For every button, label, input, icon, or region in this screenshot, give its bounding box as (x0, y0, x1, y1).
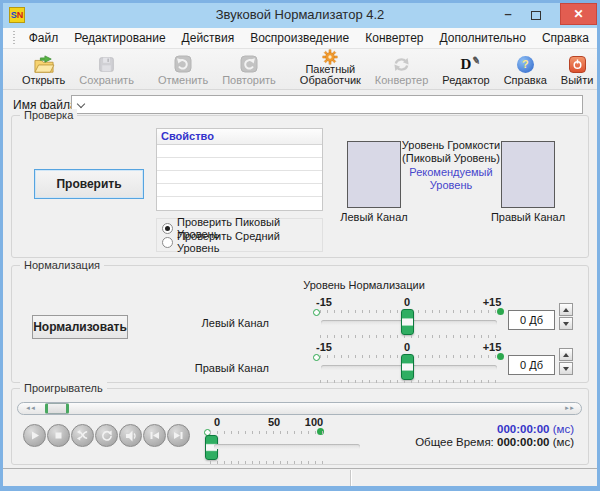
previous-button[interactable] (143, 424, 166, 447)
save-label: Сохранить (79, 75, 134, 86)
filename-combobox[interactable] (71, 95, 583, 114)
editor-label: Редактор (442, 75, 489, 86)
right-channel-meter (501, 141, 555, 208)
menu-help[interactable]: Справка (534, 28, 597, 48)
help-button[interactable]: ? Справка (497, 49, 554, 89)
batch-processor-button[interactable]: Пакетный Обработчик (293, 49, 368, 89)
help-label: Справка (504, 75, 547, 86)
undo-label: Отменить (158, 75, 208, 86)
range-min-marker (313, 309, 320, 316)
current-time: 000:00:00 (мс) (497, 423, 574, 435)
menu-file[interactable]: Файл (21, 28, 67, 48)
right-db-spin-up[interactable] (559, 348, 573, 361)
save-floppy-icon (98, 54, 115, 74)
left-channel-slider-handle[interactable] (401, 309, 414, 335)
menu-converter[interactable]: Конвертер (357, 28, 431, 48)
range-max-marker (497, 353, 504, 360)
converter-button[interactable]: Конвертер (368, 49, 435, 89)
table-row[interactable] (157, 197, 322, 210)
check-button[interactable]: Проверить (34, 169, 144, 199)
normalization-group-title: Нормализация (20, 259, 104, 272)
chevron-down-icon (77, 100, 85, 108)
right-channel-db-field[interactable]: 0 Дб (508, 355, 555, 375)
redo-label: Повторить (222, 75, 276, 86)
left-channel-label: Левый Канал (334, 211, 414, 223)
toolbar: Открыть Сохранить Отменить Повторить (3, 49, 597, 90)
rewind-icon[interactable]: ◄◄ (25, 404, 35, 413)
left-channel-db-field[interactable]: 0 Дб (508, 310, 555, 330)
editor-button[interactable]: D✎ Редактор (435, 49, 496, 89)
stop-button[interactable] (47, 424, 70, 447)
menu-actions[interactable]: Действия (174, 28, 243, 48)
radio-unselected-icon (162, 237, 173, 248)
volume-slider[interactable] (214, 444, 360, 449)
norm-left-channel-label: Левый Канал (184, 317, 269, 329)
table-row[interactable] (157, 158, 322, 171)
check-group-title: Проверка (20, 109, 77, 122)
play-icon (28, 429, 41, 442)
property-table: Свойство (156, 128, 323, 211)
shuffle-button[interactable] (71, 424, 94, 447)
redo-icon (240, 54, 258, 74)
range-min-marker (313, 354, 320, 361)
seek-scrollbar[interactable]: ◄◄ ►► (17, 402, 582, 415)
range-max-marker (497, 308, 504, 315)
normalize-button[interactable]: Нормализовать (32, 315, 128, 339)
right-channel-slider-handle[interactable] (401, 354, 414, 380)
radio-average-label: Проверить Средний Уровень (177, 230, 317, 254)
slider-ticks (320, 335, 498, 338)
stop-icon (52, 429, 65, 442)
undo-icon (174, 54, 192, 74)
exit-label: Выйти (561, 75, 594, 86)
scale-max-label: +15 (480, 296, 504, 308)
next-track-icon (172, 429, 185, 442)
right-db-spin-down[interactable] (559, 362, 573, 375)
exit-button[interactable]: Выйти (554, 49, 600, 89)
left-channel-meter (347, 141, 401, 208)
gear-icon (322, 51, 338, 63)
volume-scale-max: 100 (302, 416, 326, 428)
menu-extra[interactable]: Дополнительно (432, 28, 534, 48)
repeat-button[interactable] (95, 424, 118, 447)
next-button[interactable] (167, 424, 190, 447)
volume-level-caption: Уровень Громкости (Пиковый Уровень) (401, 139, 501, 164)
seek-thumb[interactable] (45, 403, 69, 414)
speaker-icon (124, 429, 138, 443)
left-db-spin-up[interactable] (559, 303, 573, 316)
editor-icon: D✎ (461, 54, 472, 74)
open-button[interactable]: Открыть (15, 49, 72, 89)
property-table-header[interactable]: Свойство (157, 129, 322, 145)
scale-min-label: -15 (312, 296, 336, 308)
shuffle-icon (76, 429, 89, 442)
open-label: Открыть (22, 75, 65, 86)
status-panel-right (353, 470, 597, 486)
slider-ticks (320, 380, 498, 383)
left-db-spin-down[interactable] (559, 317, 573, 330)
open-folder-icon (33, 54, 55, 74)
scale-mid-label: 0 (395, 341, 419, 353)
repeat-icon (100, 429, 113, 442)
right-channel-label: Правый Канал (488, 211, 568, 223)
pencil-icon: ✎ (471, 52, 482, 68)
play-button[interactable] (23, 424, 46, 447)
menu-edit[interactable]: Редактирование (66, 28, 173, 48)
check-mode-panel: Проверить Пиковый Уровень Проверить Сред… (156, 218, 323, 252)
table-row[interactable] (157, 171, 322, 184)
slider-ticks (210, 431, 325, 434)
minimize-button[interactable]: – (495, 4, 521, 26)
save-button[interactable]: Сохранить (72, 49, 141, 89)
maximize-button[interactable] (523, 4, 549, 26)
table-row[interactable] (157, 184, 322, 197)
radio-average-level[interactable]: Проверить Средний Уровень (162, 235, 317, 249)
player-group-title: Проигрыватель (20, 382, 107, 395)
undo-button[interactable]: Отменить (151, 49, 215, 89)
redo-button[interactable]: Повторить (215, 49, 283, 89)
close-button[interactable]: ✕ (560, 3, 597, 25)
volume-button[interactable] (119, 424, 142, 447)
table-row[interactable] (157, 145, 322, 158)
menubar: Файл Редактирование Действия Воспроизвед… (3, 28, 597, 49)
fast-forward-icon[interactable]: ►► (564, 404, 574, 413)
help-icon: ? (517, 54, 534, 74)
menu-playback[interactable]: Воспроизведение (242, 28, 357, 48)
titlebar: SN Звуковой Нормализатор 4.2 – ✕ (3, 3, 597, 28)
